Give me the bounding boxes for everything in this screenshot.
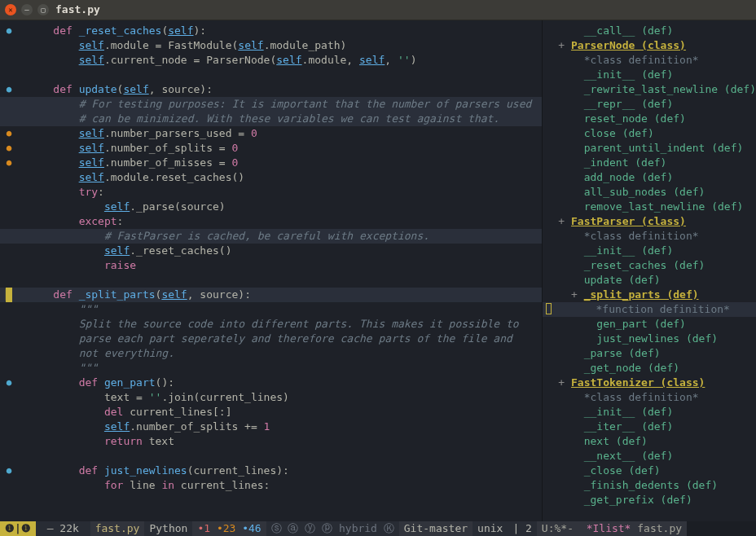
ml-minor-modes: ⓢ ⓐ ⓨ ⓟ hybrid Ⓚ <box>266 521 399 536</box>
code-line[interactable]: """ <box>0 302 542 317</box>
code-line[interactable]: parse each part seperately and therefore… <box>0 332 542 346</box>
outline-item[interactable]: *class definition* <box>543 390 756 405</box>
code-content: return text <box>18 434 174 449</box>
code-line[interactable]: # can be minimized. With these variables… <box>0 112 542 126</box>
outline-item[interactable]: + FastParser (class) <box>543 214 756 229</box>
gutter-mark <box>0 170 18 185</box>
code-content: def _split_parts(self, source): <box>18 288 251 302</box>
outline-item[interactable]: _finish_dedents (def) <box>543 478 756 493</box>
code-line[interactable] <box>0 68 542 82</box>
code-line[interactable]: del current_lines[:] <box>0 405 542 420</box>
code-content <box>18 449 28 464</box>
code-content: self.number_of_splits = 0 <box>18 141 238 156</box>
code-content: self._parse(source) <box>18 200 226 214</box>
maximize-icon[interactable]: ▢ <box>37 4 49 15</box>
gutter-mark <box>0 405 18 420</box>
window-title: fast.py <box>55 2 100 17</box>
gutter-mark <box>0 258 18 273</box>
code-line[interactable] <box>0 449 542 464</box>
outline-item[interactable]: + FastTokenizer (class) <box>543 376 756 390</box>
outline-item[interactable]: next (def) <box>543 434 756 449</box>
outline-item[interactable]: __call__ (def) <box>543 24 756 38</box>
code-line[interactable]: self.number_of_splits += 1 <box>0 420 542 434</box>
code-line[interactable]: ● def _reset_caches(self): <box>0 24 542 38</box>
code-content: del current_lines[:] <box>18 405 231 420</box>
outline-item[interactable]: __repr__ (def) <box>543 97 756 112</box>
outline-panel[interactable]: __call__ (def) + ParserNode (class) *cla… <box>542 20 756 521</box>
outline-item[interactable]: *function definition* <box>543 302 756 317</box>
ml-indicator: ❶|❶ <box>0 521 36 536</box>
code-line[interactable]: Split the source code into different par… <box>0 317 542 332</box>
outline-item[interactable]: reset_node (def) <box>543 112 756 126</box>
outline-item[interactable]: parent_until_indent (def) <box>543 141 756 156</box>
gutter-mark <box>0 97 18 112</box>
code-content: # FastParser is cached, be careful with … <box>18 229 429 244</box>
outline-item[interactable]: *class definition* <box>543 53 756 68</box>
outline-item[interactable]: add_node (def) <box>543 170 756 185</box>
code-line[interactable]: ● self.number_of_splits = 0 <box>0 141 542 156</box>
code-line[interactable]: raise <box>0 258 542 273</box>
gutter-mark: ● <box>0 141 18 156</box>
gutter-mark <box>0 200 18 214</box>
outline-item[interactable]: __init__ (def) <box>543 405 756 420</box>
outline-item[interactable]: _close (def) <box>543 464 756 478</box>
code-content: def just_newlines(current_lines): <box>18 464 289 478</box>
code-line[interactable]: ● self.number_parsers_used = 0 <box>0 126 542 141</box>
code-content <box>18 68 28 82</box>
outline-item[interactable]: all_sub_nodes (def) <box>543 185 756 200</box>
code-line[interactable] <box>0 273 542 288</box>
ml-git: Git-master <box>399 521 472 536</box>
code-line[interactable]: self.module.reset_caches() <box>0 170 542 185</box>
code-line[interactable]: self._reset_caches() <box>0 244 542 258</box>
close-icon[interactable]: ✕ <box>5 4 16 15</box>
code-content: self.module = FastModule(self.module_pat… <box>18 38 346 53</box>
code-line[interactable]: # For testing purposes: It is important … <box>0 97 542 112</box>
outline-item[interactable]: _get_prefix (def) <box>543 493 756 507</box>
code-line[interactable]: ● def gen_part(): <box>0 376 542 390</box>
code-line[interactable]: self.current_node = ParserNode(self.modu… <box>0 53 542 68</box>
gutter-mark: ● <box>0 24 18 38</box>
gutter-mark: █ <box>0 288 18 302</box>
outline-item[interactable]: + _split_parts (def) <box>543 288 756 302</box>
minimize-icon[interactable]: – <box>21 4 33 15</box>
code-line[interactable]: ● def update(self, source): <box>0 82 542 97</box>
code-line[interactable]: # FastParser is cached, be careful with … <box>0 229 542 244</box>
code-line[interactable]: except: <box>0 214 542 229</box>
outline-item[interactable]: just_newlines (def) <box>543 332 756 346</box>
outline-item[interactable]: close (def) <box>543 126 756 141</box>
code-line[interactable]: █ def _split_parts(self, source): <box>0 288 542 302</box>
outline-item[interactable]: __next__ (def) <box>543 449 756 464</box>
outline-item[interactable]: remove_last_newline (def) <box>543 200 756 214</box>
code-content: """ <box>18 361 98 376</box>
code-line[interactable]: text = ''.join(current_lines) <box>0 390 542 405</box>
outline-item[interactable]: + ParserNode (class) <box>543 38 756 53</box>
outline-item[interactable]: __iter__ (def) <box>543 420 756 434</box>
outline-item[interactable]: __init__ (def) <box>543 244 756 258</box>
outline-item[interactable]: update (def) <box>543 273 756 288</box>
code-line[interactable]: for line in current_lines: <box>0 478 542 493</box>
code-line[interactable]: self._parse(source) <box>0 200 542 214</box>
outline-item[interactable]: __init__ (def) <box>543 68 756 82</box>
gutter-mark: ● <box>0 126 18 141</box>
outline-item[interactable]: _indent (def) <box>543 156 756 170</box>
gutter-mark <box>0 302 18 317</box>
code-editor[interactable]: ● def _reset_caches(self): self.module =… <box>0 20 542 521</box>
gutter-mark <box>0 229 18 244</box>
outline-item[interactable]: *class definition* <box>543 229 756 244</box>
code-line[interactable]: return text <box>0 434 542 449</box>
cursor-icon <box>546 303 552 314</box>
code-line[interactable]: not everything. <box>0 346 542 361</box>
gutter-mark <box>0 244 18 258</box>
gutter-mark <box>0 317 18 332</box>
code-line[interactable]: """ <box>0 361 542 376</box>
code-line[interactable]: ● def just_newlines(current_lines): <box>0 464 542 478</box>
outline-item[interactable]: _parse (def) <box>543 346 756 361</box>
outline-item[interactable]: _rewrite_last_newline (def) <box>543 82 756 97</box>
code-line[interactable]: self.module = FastModule(self.module_pat… <box>0 38 542 53</box>
code-line[interactable]: ● self.number_of_misses = 0 <box>0 156 542 170</box>
code-content: self.module.reset_caches() <box>18 170 244 185</box>
outline-item[interactable]: gen_part (def) <box>543 317 756 332</box>
outline-item[interactable]: _get_node (def) <box>543 361 756 376</box>
outline-item[interactable]: _reset_caches (def) <box>543 258 756 273</box>
code-line[interactable]: try: <box>0 185 542 200</box>
